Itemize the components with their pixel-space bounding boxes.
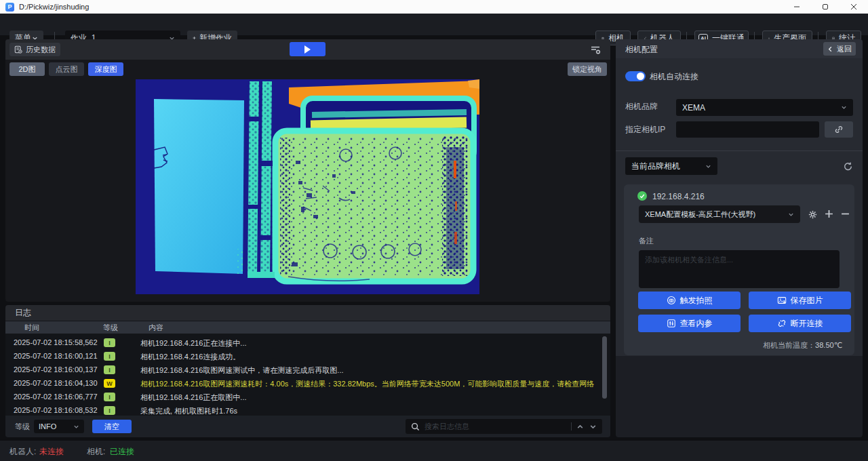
col-time: 时间 — [24, 323, 39, 333]
camera-temperature-value: 38.50℃ — [815, 341, 842, 349]
minus-icon — [841, 209, 850, 218]
lock-view-button[interactable]: 锁定视角 — [568, 62, 607, 76]
save-image-label: 保存图片 — [791, 295, 823, 306]
divider — [571, 422, 572, 430]
camera-temperature: 相机当前温度：38.50℃ — [639, 340, 842, 350]
level-badge-info: I — [104, 352, 115, 361]
camera-status-label: 相机: — [87, 446, 105, 458]
capture-icon — [667, 296, 676, 305]
refresh-cameras-button[interactable] — [843, 161, 853, 172]
window-title: D:/Pickwiz/jinshuding — [19, 3, 89, 11]
log-time: 2025-07-02 18:16:08,532 — [14, 406, 98, 414]
trigger-capture-label: 触发拍照 — [680, 295, 713, 306]
camera-temperature-label: 相机当前温度： — [763, 341, 815, 349]
view-options-button[interactable] — [590, 44, 601, 55]
play-icon — [304, 45, 311, 54]
log-footer: 等级 INFO 清空 — [5, 416, 610, 437]
camera-ip-input[interactable] — [676, 121, 819, 138]
col-content: 内容 — [149, 323, 163, 333]
camera-device-card: 192.168.4.216 XEMA配置模板-高反工件(大视野) 备注 — [624, 184, 854, 355]
view-intrinsics-button[interactable]: 查看内参 — [638, 315, 741, 332]
camera-brand-value: XEMA — [682, 103, 705, 113]
toggle-knob-icon — [637, 73, 644, 80]
log-content: 相机192.168.4.216正在取图中... — [140, 392, 599, 403]
log-column-header: 时间 等级 内容 — [5, 321, 610, 334]
log-content: 相机192.168.4.216取图网速测速耗时：4.00s，测速结果：332.8… — [140, 378, 599, 390]
device-ip: 192.168.4.216 — [652, 192, 705, 201]
log-search-input[interactable] — [425, 422, 566, 430]
tab-depth-map[interactable]: 深度图 — [88, 62, 123, 76]
save-image-icon — [777, 296, 787, 305]
note-textarea[interactable] — [639, 250, 840, 288]
log-panel: 日志 时间 等级 内容 2025-07-02 18:15:58,562 I 相机… — [5, 305, 610, 437]
divider — [616, 151, 863, 151]
play-button[interactable] — [290, 42, 326, 56]
log-row: 2025-07-02 18:16:00,137 I 相机192.168.4.21… — [5, 363, 602, 377]
log-row: 2025-07-02 18:16:00,121 I 相机192.168.4.21… — [5, 350, 602, 363]
robot-status-value: 未连接 — [39, 446, 64, 458]
camera-config-content: 相机自动连接 相机品牌 XEMA 指定相机IP 当前品牌相机 — [616, 58, 863, 356]
level-badge-info: I — [104, 365, 115, 374]
auto-connect-label: 相机自动连接 — [650, 71, 698, 83]
current-brand-value: 当前品牌相机 — [631, 161, 680, 172]
template-select[interactable]: XEMA配置模板-高反工件(大视野) — [639, 205, 800, 223]
depth-map-image — [136, 79, 479, 294]
app-window: P D:/Pickwiz/jinshuding 菜单 作业_1 新增作业 相机 — [0, 0, 868, 461]
broken-link-icon — [777, 319, 787, 328]
template-value: XEMA配置模板-高反工件(大视野) — [645, 209, 755, 220]
search-prev-button[interactable] — [576, 423, 584, 430]
camera-status-value: 已连接 — [110, 446, 134, 458]
level-badge-warning: W — [104, 379, 115, 388]
close-button[interactable] — [840, 0, 868, 14]
remove-template-button[interactable] — [841, 209, 850, 218]
tab-2d-image[interactable]: 2D图 — [9, 62, 45, 76]
current-brand-select[interactable]: 当前品牌相机 — [625, 157, 717, 175]
save-image-button[interactable]: 保存图片 — [749, 292, 851, 309]
tab-point-cloud[interactable]: 点云图 — [49, 62, 84, 76]
minimize-button[interactable] — [783, 0, 811, 14]
back-label: 返回 — [837, 44, 852, 54]
template-settings-button[interactable] — [808, 209, 818, 220]
level-filter-value: INFO — [39, 422, 56, 430]
log-time: 2025-07-02 18:16:04,130 — [14, 379, 98, 387]
view-intrinsics-label: 查看内参 — [680, 318, 713, 329]
connected-check-icon — [637, 191, 647, 201]
log-search-box — [406, 419, 602, 434]
auto-connect-toggle[interactable] — [625, 71, 646, 81]
camera-ip-label: 指定相机IP — [625, 124, 665, 136]
clear-log-button[interactable]: 清空 — [92, 420, 132, 433]
add-template-button[interactable] — [825, 209, 833, 218]
log-row-warning: 2025-07-02 18:16:04,130 W 相机192.168.4.21… — [5, 377, 602, 390]
link-icon — [834, 125, 844, 134]
plus-icon — [825, 209, 833, 218]
level-filter-label: 等级 — [15, 422, 30, 432]
trigger-capture-button[interactable]: 触发拍照 — [638, 292, 741, 309]
log-title-bar: 日志 — [5, 305, 610, 321]
list-gear-icon — [590, 44, 601, 55]
disconnect-button[interactable]: 断开连接 — [749, 315, 851, 332]
titlebar: P D:/Pickwiz/jinshuding — [0, 0, 868, 14]
history-data-label: 历史数据 — [26, 45, 56, 55]
level-filter-select[interactable]: INFO — [34, 420, 84, 433]
history-data-button[interactable]: 历史数据 — [9, 43, 60, 56]
connect-ip-button[interactable] — [825, 121, 853, 138]
note-label: 备注 — [639, 236, 654, 246]
log-time: 2025-07-02 18:15:58,562 — [14, 338, 98, 346]
camera-config-panel: 相机配置 返回 相机自动连接 相机品牌 XEMA 指定相机IP 当前品牌相机 — [616, 39, 863, 437]
camera-config-title: 相机配置 — [625, 44, 658, 56]
log-title: 日志 — [15, 307, 31, 319]
viewer-panel: 历史数据 2D图 点云图 深度图 锁定视角 — [5, 39, 610, 302]
log-scrollbar[interactable] — [602, 336, 607, 399]
back-button[interactable]: 返回 — [823, 42, 856, 56]
camera-brand-select[interactable]: XEMA — [676, 99, 853, 116]
log-content: 相机192.168.4.216取图网速测试中，请在测速完成后再取图... — [140, 365, 599, 376]
status-bar: 机器人: 未连接 相机: 已连接 — [0, 441, 868, 461]
log-row: 2025-07-02 18:16:06,777 I 相机192.168.4.21… — [5, 390, 602, 404]
viewer-header: 历史数据 — [5, 39, 610, 60]
maximize-button[interactable] — [811, 0, 840, 14]
chevron-left-icon — [827, 46, 833, 52]
search-next-button[interactable] — [589, 423, 597, 430]
robot-status-label: 机器人: — [9, 446, 36, 458]
level-badge-info: I — [104, 338, 115, 347]
depth-map-svg — [136, 79, 479, 294]
